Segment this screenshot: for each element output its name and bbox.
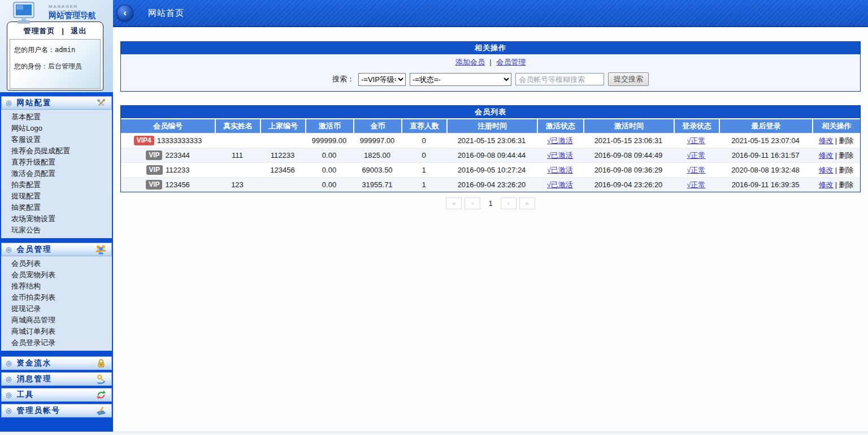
- menu-item-withdraw-config[interactable]: 提现配置: [1, 191, 112, 202]
- section-header-site-config[interactable]: ◎ 网站配置: [1, 96, 112, 110]
- member-manage-link[interactable]: 会员管理: [496, 58, 526, 66]
- back-button[interactable]: ‹: [116, 5, 133, 21]
- table-row: VIP413333333333 999999.00 999997.00 0 20…: [121, 133, 860, 148]
- vip-badge: VIP: [146, 180, 162, 189]
- status-select[interactable]: -=状态=-: [410, 73, 511, 86]
- menu-item-withdraw-records[interactable]: 提现记录: [1, 303, 112, 315]
- menu-item-mall-goods-mgmt[interactable]: 商城商品管理: [1, 315, 112, 326]
- delete-link[interactable]: 删除: [839, 151, 853, 160]
- menu-item-basic-config[interactable]: 基本配置: [1, 111, 112, 123]
- menu-item-member-login-records[interactable]: 会员登录记录: [1, 337, 112, 348]
- gold: 999997.00: [353, 133, 401, 148]
- search-input[interactable]: [515, 73, 604, 85]
- menu-item-farm-pet-settings[interactable]: 农场宠物设置: [1, 213, 112, 225]
- account-info: 您的用户名：admin 您的身份：后台管理员: [10, 39, 101, 89]
- page-bottom-strip: [0, 432, 868, 435]
- menu-item-upgrade-config[interactable]: 直荐升级配置: [1, 157, 112, 168]
- edit-link[interactable]: 修改: [819, 136, 834, 145]
- pagination-next-button[interactable]: ›: [501, 197, 517, 209]
- menu-item-gold-auction-list[interactable]: 金币拍卖列表: [1, 292, 112, 303]
- menu-item-service-settings[interactable]: 客服设置: [1, 134, 112, 145]
- login-status-link[interactable]: √正常: [687, 151, 705, 160]
- activation-status-link[interactable]: √已激活: [547, 166, 573, 174]
- section-header-funds-flow[interactable]: ◎ 资金流水: [1, 356, 112, 370]
- col-activation-status: 激活状态: [537, 118, 583, 133]
- pagination-last-button[interactable]: »: [519, 197, 535, 209]
- account-box: 管理首页 | 退出 您的用户名：admin 您的身份：后台管理员: [7, 21, 103, 91]
- menu-member-mgmt: 会员列表 会员宠物列表 推荐结构 金币拍卖列表 提现记录 商城商品管理 商城订单…: [1, 256, 112, 351]
- sidebar-section-tools: ◎ 工具: [1, 388, 112, 402]
- search-row: 搜索： -=VIP等级=- -=状态=- 提交搜索: [121, 69, 860, 91]
- gold: 31955.71: [353, 177, 401, 192]
- pen-pad-icon: [95, 405, 107, 416]
- col-referrals: 直荐人数: [401, 118, 446, 133]
- menu-item-member-list[interactable]: 会员列表: [1, 258, 112, 269]
- logout-link[interactable]: 退出: [71, 27, 86, 35]
- page-title: 网站首页: [148, 0, 184, 26]
- menu-item-auction-config[interactable]: 拍卖配置: [1, 179, 112, 191]
- username-label: 您的用户名：: [14, 46, 55, 54]
- activation-status-link[interactable]: √已激活: [547, 180, 573, 189]
- bullet-icon: ◎: [6, 391, 11, 398]
- section-header-admin-account[interactable]: ◎ 管理员帐号: [1, 404, 112, 417]
- section-header-message-mgmt[interactable]: ◎ 消息管理: [1, 372, 112, 386]
- lock-icon: [95, 358, 107, 369]
- col-gold: 金币: [353, 118, 401, 133]
- delete-link[interactable]: 删除: [839, 166, 853, 174]
- sidebar-section-member-mgmt: ◎ 会员管理 会员列表 会员宠物列表 推荐结构 金币拍卖列表 提现记录 商城商品…: [1, 243, 112, 351]
- activation-time: 2016-09-08 09:44:49: [583, 148, 674, 162]
- pagination-first-button[interactable]: «: [446, 197, 462, 209]
- activation-coin: 0.00: [305, 148, 353, 162]
- parent-id: [260, 177, 305, 192]
- menu-item-member-pet-list[interactable]: 会员宠物列表: [1, 269, 112, 281]
- real-name: [215, 162, 260, 177]
- menu-item-referral-commission[interactable]: 推荐会员提成配置: [1, 145, 112, 157]
- parent-id: [260, 133, 305, 148]
- section-header-tools[interactable]: ◎ 工具: [1, 388, 112, 402]
- gold: 69003.50: [353, 162, 401, 177]
- section-header-member-mgmt[interactable]: ◎ 会员管理: [1, 243, 112, 256]
- links-separator: |: [489, 58, 491, 66]
- col-activation-coin: 激活币: [305, 118, 353, 133]
- bullet-icon: ◎: [6, 407, 11, 414]
- submit-search-button[interactable]: 提交搜索: [608, 72, 649, 86]
- menu-item-site-logo[interactable]: 网站Logo: [1, 123, 112, 134]
- referrals: 1: [401, 177, 446, 192]
- activation-status-link[interactable]: √已激活: [547, 136, 573, 145]
- last-login: 2021-05-15 23:07:04: [719, 133, 812, 148]
- menu-item-lottery-config[interactable]: 抽奖配置: [1, 202, 112, 213]
- parent-id: 123456: [260, 162, 305, 177]
- vip-level-select[interactable]: -=VIP等级=-: [358, 73, 406, 86]
- menu-item-activate-member-config[interactable]: 激活会员配置: [1, 168, 112, 179]
- computer-monitor-icon: [9, 1, 40, 28]
- member-id: 123456: [165, 180, 189, 189]
- edit-link[interactable]: 修改: [819, 180, 834, 189]
- login-status-link[interactable]: √正常: [687, 166, 705, 174]
- section-title: 工具: [16, 390, 34, 400]
- sidebar-section-funds-flow: ◎ 资金流水: [1, 356, 112, 370]
- real-name: 123: [215, 177, 260, 192]
- activation-status-link[interactable]: √已激活: [547, 151, 573, 160]
- pagination-prev-button[interactable]: ‹: [465, 197, 480, 209]
- op-separator: |: [835, 136, 837, 145]
- delete-link[interactable]: 删除: [839, 136, 853, 145]
- login-status-link[interactable]: √正常: [687, 136, 705, 145]
- edit-link[interactable]: 修改: [819, 166, 834, 174]
- col-login-status: 登录状态: [674, 118, 719, 133]
- login-status-link[interactable]: √正常: [687, 180, 705, 189]
- real-name: 111: [215, 148, 260, 162]
- role-value: 后台管理员: [48, 62, 82, 70]
- edit-link[interactable]: 修改: [819, 151, 834, 160]
- delete-link[interactable]: 删除: [839, 180, 853, 189]
- menu-item-mall-order-list[interactable]: 商城订单列表: [1, 326, 112, 337]
- add-member-link[interactable]: 添加会员: [455, 58, 485, 66]
- table-row: VIP223344 111 112233 0.00 1825.00 0 2016…: [121, 148, 860, 162]
- brand-title: 网站管理导航: [49, 11, 96, 21]
- topbar: ‹ 网站首页: [113, 0, 868, 27]
- last-login: 2016-09-11 16:39:35: [719, 177, 812, 192]
- menu-item-player-notice[interactable]: 玩家公告: [1, 225, 112, 236]
- menu-item-referral-structure[interactable]: 推荐结构: [1, 281, 112, 292]
- activation-coin: 0.00: [305, 177, 353, 192]
- table-row: VIP112233 123456 0.00 69003.50 1 2016-09…: [121, 162, 860, 177]
- member-id: 112233: [166, 166, 189, 174]
